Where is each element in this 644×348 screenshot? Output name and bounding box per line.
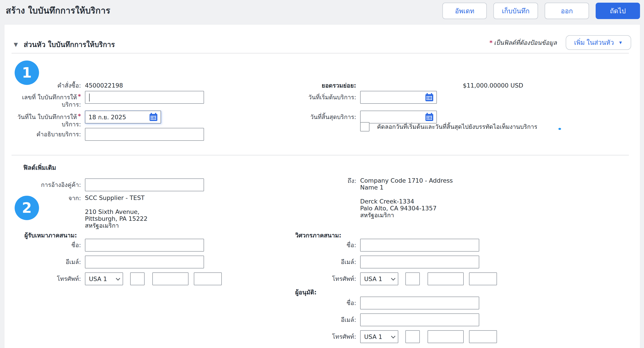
engineer-name-input[interactable] <box>360 239 479 252</box>
chevron-down-icon <box>391 334 396 339</box>
from-address-line: Pittsburgh, PA 15222 <box>85 215 148 222</box>
add-to-header-button[interactable]: เพิ่ม ในส่วนหัว ▼ <box>566 35 631 50</box>
page-title: สร้าง ใบบันทึกการให้บริการ <box>6 3 110 17</box>
sheet-date-field <box>85 111 161 123</box>
from-address-line: สหรัฐอเมริกา <box>85 222 148 229</box>
name-label: ชื่อ: <box>280 297 360 307</box>
to-address-block: Company Code 1710 - Address Name 1 Derck… <box>360 177 453 219</box>
cursor-dot <box>558 128 561 130</box>
from-name: SCC Supplier - TEST <box>85 194 148 201</box>
sheet-date-input[interactable] <box>88 114 140 121</box>
page: สร้าง ใบบันทึกการให้บริการ อัพเดท เก็บบั… <box>0 0 644 348</box>
copy-dates-label: คัดลอกวันที่เริ่มต้นและวันที่สิ้นสุดไปยั… <box>377 122 537 131</box>
name-label: ชื่อ: <box>4 239 85 249</box>
contractor-phone-number-input[interactable] <box>152 272 188 285</box>
phone-country-value: USA 1 <box>364 276 382 282</box>
update-button[interactable]: อัพเดท <box>442 3 487 19</box>
text-cursor <box>89 93 90 101</box>
required-asterisk: * <box>490 39 492 46</box>
email-label: อีเมล์: <box>4 256 85 266</box>
sheet-number-field-wrap <box>85 91 204 104</box>
engineer-phone-country-select[interactable]: USA 1 <box>360 272 398 285</box>
service-end-label: วันที่สิ้นสุดบริการ: <box>280 111 360 121</box>
engineer-phone-ext-input[interactable] <box>469 272 497 285</box>
phone-country-value: USA 1 <box>89 276 107 282</box>
from-label: จาก: <box>4 194 85 202</box>
approver-phone-country-select[interactable]: USA 1 <box>360 330 398 343</box>
additional-fields-title: ฟิลด์เพิ่มเติม <box>23 163 56 172</box>
required-note: *เป็นฟิลด์ที่ต้องป้อนข้อมูล <box>490 38 557 47</box>
exit-button[interactable]: ออก <box>545 3 589 19</box>
approver-name-input[interactable] <box>360 297 479 310</box>
customer-ref-input[interactable] <box>85 178 204 191</box>
from-address-line: 210 Sixth Avenue, <box>85 208 148 215</box>
customer-ref-label: การอ้างอิงคู่ค้า: <box>4 178 85 188</box>
phone-label: โทรศัพท์: <box>280 272 360 282</box>
action-buttons: อัพเดท เก็บบันทึก ออก ถัดไป <box>442 3 640 19</box>
chevron-down-icon <box>391 276 396 281</box>
add-to-header-label: เพิ่ม ในส่วนหัว <box>574 37 614 48</box>
collapse-triangle-icon[interactable]: ▼ <box>14 42 18 47</box>
section-title: ส่วนหัว ใบบันทึกการให้บริการ <box>24 39 115 50</box>
approver-phone-area-input[interactable] <box>406 330 420 343</box>
required-note-text: เป็นฟิลด์ที่ต้องป้อนข้อมูล <box>494 39 557 46</box>
top-bar: สร้าง ใบบันทึกการให้บริการ อัพเดท เก็บบั… <box>0 0 644 24</box>
required-asterisk: * <box>78 113 81 119</box>
email-label: อีเมล์: <box>280 314 360 324</box>
contractor-phone-country-select[interactable]: USA 1 <box>85 272 123 285</box>
sheet-date-label: วันที่ใน ใบบันทึกการให้*บริการ: <box>4 111 85 128</box>
contractor-name-input[interactable] <box>85 239 204 252</box>
to-address-line: Palo Alto, CA 94304-1357 <box>360 205 453 212</box>
copy-dates-checkbox[interactable] <box>360 122 370 131</box>
engineer-email-input[interactable] <box>360 256 479 268</box>
calendar-icon[interactable] <box>425 113 434 121</box>
calendar-icon[interactable] <box>149 113 158 121</box>
service-end-field <box>360 111 437 123</box>
sheet-number-label: เลขที่ ใบบันทึกการให้*บริการ: <box>4 91 85 108</box>
to-name-line: Name 1 <box>360 184 453 191</box>
section-header: ▼ ส่วนหัว ใบบันทึกการให้บริการ *เป็นฟิลด… <box>4 24 640 53</box>
divider <box>12 155 629 155</box>
sheet-number-input[interactable] <box>86 91 204 103</box>
contractor-email-input[interactable] <box>85 256 204 268</box>
phone-country-value: USA 1 <box>364 333 382 340</box>
email-label: อีเมล์: <box>280 256 360 266</box>
service-start-input[interactable] <box>364 94 415 101</box>
to-name-line: Company Code 1710 - Address <box>360 177 453 184</box>
name-label: ชื่อ: <box>280 239 360 249</box>
engineer-phone-area-input[interactable] <box>406 272 420 285</box>
subtotal-value: $11,000.00000 USD <box>463 82 523 89</box>
phone-label: โทรศัพท์: <box>280 330 360 340</box>
service-description-label: คำอธิบายบริการ: <box>4 128 85 138</box>
from-address-block: SCC Supplier - TEST 210 Sixth Avenue, Pi… <box>85 194 148 229</box>
contractor-phone-ext-input[interactable] <box>194 272 222 285</box>
divider <box>12 53 629 53</box>
to-address-line: สหรัฐอเมริกา <box>360 212 453 219</box>
to-address-line: Derck Creek-1334 <box>360 198 453 205</box>
next-button[interactable]: ถัดไป <box>596 3 640 19</box>
po-value: 4500022198 <box>85 82 123 89</box>
approver-phone-number-input[interactable] <box>428 330 464 343</box>
po-label: คำสั่งซื้อ: <box>4 82 85 89</box>
approver-title: ผู้อนุมัติ: <box>295 288 317 297</box>
approver-phone-ext-input[interactable] <box>469 330 497 343</box>
service-sheet-card: ▼ ส่วนหัว ใบบันทึกการให้บริการ *เป็นฟิลด… <box>4 24 640 348</box>
dropdown-caret-icon: ▼ <box>618 40 623 45</box>
engineer-phone-number-input[interactable] <box>428 272 464 285</box>
calendar-icon[interactable] <box>425 93 434 102</box>
service-start-label: วันที่เริ่มต้นบริการ: <box>280 91 360 101</box>
service-start-field <box>360 91 437 104</box>
phone-label: โทรศัพท์: <box>4 272 85 282</box>
service-end-input[interactable] <box>364 114 415 121</box>
service-description-input[interactable] <box>85 128 204 141</box>
step-1-badge: 1 <box>15 60 39 85</box>
subtotal-label: ยอดรวมย่อย: <box>280 82 360 89</box>
chevron-down-icon <box>116 276 120 281</box>
approver-email-input[interactable] <box>360 314 479 326</box>
save-button[interactable]: เก็บบันทึก <box>494 3 538 19</box>
contractor-phone-area-input[interactable] <box>130 272 144 285</box>
required-asterisk: * <box>78 93 81 100</box>
to-label: ถึง: <box>280 177 360 184</box>
